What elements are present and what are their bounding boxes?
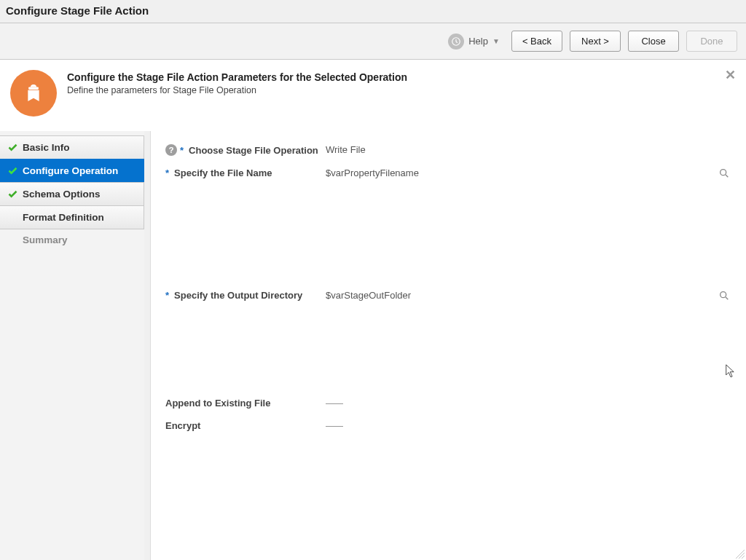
expression-builder-button[interactable] bbox=[718, 167, 731, 181]
row-output-directory: * Specify the Output Directory $varStage… bbox=[165, 290, 731, 303]
done-button: Done bbox=[686, 31, 737, 52]
empty-value-icon bbox=[326, 403, 343, 404]
check-icon bbox=[7, 189, 18, 200]
expression-builder-button[interactable] bbox=[718, 290, 731, 303]
check-icon bbox=[7, 142, 18, 153]
wizard-steps: Basic Info Configure Operation Schema Op… bbox=[0, 131, 144, 560]
step-basic-info[interactable]: Basic Info bbox=[0, 135, 144, 159]
row-choose-operation: ? * Choose Stage File Operation Write Fi… bbox=[165, 144, 731, 156]
clock-icon bbox=[448, 33, 464, 50]
intro-sub: Define the parameters for Stage File Ope… bbox=[67, 85, 407, 95]
field-label: Choose Stage File Operation bbox=[189, 145, 318, 156]
required-icon: * bbox=[165, 290, 169, 301]
form-panel: ? * Choose Stage File Operation Write Fi… bbox=[150, 131, 746, 560]
intro-heading: Configure the Stage File Action Paramete… bbox=[67, 71, 407, 83]
field-value: $varStageOutFolder bbox=[326, 290, 718, 301]
field-label: Encrypt bbox=[165, 420, 200, 431]
step-label: Schema Options bbox=[23, 189, 101, 200]
close-icon[interactable]: ✕ bbox=[725, 67, 736, 83]
step-label: Basic Info bbox=[23, 142, 70, 153]
row-encrypt: Encrypt bbox=[165, 420, 731, 431]
field-value bbox=[326, 398, 731, 409]
intro-banner: Configure the Stage File Action Paramete… bbox=[0, 60, 746, 131]
check-icon bbox=[7, 165, 18, 176]
step-summary: Summary bbox=[0, 229, 144, 251]
stage-file-icon bbox=[10, 70, 57, 117]
field-label: Specify the File Name bbox=[174, 167, 272, 178]
field-value bbox=[326, 420, 731, 431]
help-icon[interactable]: ? bbox=[165, 144, 177, 156]
help-menu[interactable]: Help ▼ bbox=[448, 33, 500, 50]
required-icon: * bbox=[165, 167, 169, 178]
titlebar: Configure Stage File Action bbox=[0, 0, 746, 23]
row-append: Append to Existing File bbox=[165, 398, 731, 409]
field-value: Write File bbox=[326, 144, 731, 155]
step-format-definition[interactable]: Format Definition bbox=[0, 205, 144, 229]
row-file-name: * Specify the File Name $varPropertyFile… bbox=[165, 167, 731, 181]
close-button[interactable]: Close bbox=[628, 31, 679, 52]
step-label: Format Definition bbox=[23, 212, 104, 223]
step-label: Configure Operation bbox=[23, 165, 118, 176]
chevron-down-icon: ▼ bbox=[492, 37, 500, 45]
svg-point-2 bbox=[721, 170, 726, 176]
step-configure-operation[interactable]: Configure Operation bbox=[0, 159, 144, 183]
resize-grip-icon[interactable] bbox=[736, 550, 745, 559]
required-icon: * bbox=[180, 145, 184, 156]
empty-value-icon bbox=[326, 426, 343, 427]
svg-rect-1 bbox=[28, 87, 39, 90]
field-label: Specify the Output Directory bbox=[174, 290, 302, 301]
step-schema-options[interactable]: Schema Options bbox=[0, 182, 144, 206]
next-button[interactable]: Next > bbox=[570, 31, 621, 52]
step-label: Summary bbox=[23, 234, 68, 245]
field-value: $varPropertyFilename bbox=[326, 167, 718, 178]
help-label: Help bbox=[468, 36, 488, 47]
wizard-body: Basic Info Configure Operation Schema Op… bbox=[0, 131, 746, 560]
page-title: Configure Stage File Action bbox=[6, 4, 740, 17]
field-label: Append to Existing File bbox=[165, 398, 270, 409]
svg-point-3 bbox=[721, 292, 726, 298]
back-button[interactable]: < Back bbox=[511, 31, 562, 52]
toolbar: Help ▼ < Back Next > Close Done bbox=[0, 23, 746, 60]
